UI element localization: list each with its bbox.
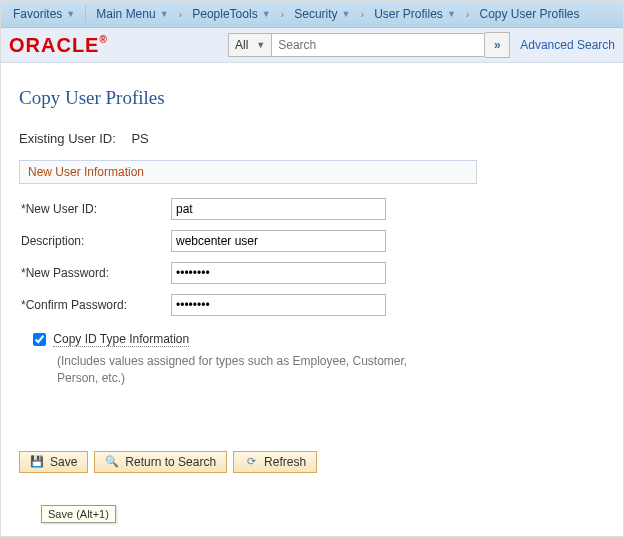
- breadcrumb-label: Main Menu: [96, 7, 155, 21]
- return-button-label: Return to Search: [125, 455, 216, 469]
- breadcrumb-main-menu[interactable]: Main Menu ▼: [90, 1, 174, 27]
- save-button-label: Save: [50, 455, 77, 469]
- chevron-right-icon: ›: [277, 8, 289, 20]
- confirm-password-label: *Confirm Password:: [19, 298, 171, 312]
- save-button[interactable]: 💾 Save: [19, 451, 88, 473]
- section-header-new-user-info: New User Information: [19, 160, 477, 184]
- favorites-label: Favorites: [13, 7, 62, 21]
- breadcrumb-bar: Favorites ▼ Main Menu ▼ › PeopleTools ▼ …: [1, 1, 623, 28]
- new-user-id-input[interactable]: [171, 198, 386, 220]
- refresh-button[interactable]: ⟳ Refresh: [233, 451, 317, 473]
- return-to-search-button[interactable]: 🔍 Return to Search: [94, 451, 227, 473]
- breadcrumb-security[interactable]: Security ▼: [288, 1, 356, 27]
- breadcrumb-label: PeopleTools: [192, 7, 257, 21]
- new-password-label: *New Password:: [19, 266, 171, 280]
- existing-user-label: Existing User ID:: [19, 131, 116, 146]
- page-title: Copy User Profiles: [19, 87, 605, 109]
- new-user-id-label: *New User ID:: [19, 202, 171, 216]
- copy-id-type-checkbox[interactable]: [33, 333, 46, 346]
- search-input[interactable]: [272, 33, 485, 57]
- chevron-down-icon: ▼: [262, 9, 271, 19]
- double-chevron-right-icon: »: [494, 38, 501, 52]
- save-tooltip: Save (Alt+1): [41, 505, 116, 523]
- breadcrumb-copy-user-profiles[interactable]: Copy User Profiles: [473, 1, 585, 27]
- chevron-right-icon: ›: [175, 8, 187, 20]
- refresh-icon: ⟳: [244, 455, 258, 469]
- search-scope-label: All: [235, 38, 248, 52]
- search-scope-select[interactable]: All ▼: [228, 33, 272, 57]
- advanced-search-link[interactable]: Advanced Search: [520, 38, 615, 52]
- search-icon: 🔍: [105, 455, 119, 469]
- chevron-down-icon: ▼: [66, 9, 75, 19]
- oracle-logo: ORACLE®: [9, 34, 108, 57]
- chevron-down-icon: ▼: [342, 9, 351, 19]
- refresh-button-label: Refresh: [264, 455, 306, 469]
- header-bar: ORACLE® All ▼ » Advanced Search: [1, 28, 623, 63]
- description-label: Description:: [19, 234, 171, 248]
- existing-user-value: PS: [131, 131, 148, 146]
- breadcrumb-label: Security: [294, 7, 337, 21]
- breadcrumb-user-profiles[interactable]: User Profiles ▼: [368, 1, 462, 27]
- chevron-down-icon: ▼: [160, 9, 169, 19]
- description-input[interactable]: [171, 230, 386, 252]
- breadcrumb-peopletools[interactable]: PeopleTools ▼: [186, 1, 276, 27]
- button-bar: 💾 Save 🔍 Return to Search ⟳ Refresh: [19, 451, 605, 473]
- page-content: Copy User Profiles Existing User ID: PS …: [1, 63, 623, 491]
- new-password-input[interactable]: [171, 262, 386, 284]
- chevron-down-icon: ▼: [256, 40, 265, 50]
- breadcrumb-label: User Profiles: [374, 7, 443, 21]
- confirm-password-input[interactable]: [171, 294, 386, 316]
- chevron-down-icon: ▼: [447, 9, 456, 19]
- favorites-menu[interactable]: Favorites ▼: [7, 1, 81, 27]
- copy-id-type-hint: (Includes values assigned for types such…: [57, 353, 417, 387]
- copy-id-type-label[interactable]: Copy ID Type Information: [53, 332, 189, 347]
- save-icon: 💾: [30, 455, 44, 469]
- chevron-right-icon: ›: [357, 8, 369, 20]
- search-go-button[interactable]: »: [485, 32, 510, 58]
- existing-user-row: Existing User ID: PS: [19, 131, 605, 146]
- chevron-right-icon: ›: [462, 8, 474, 20]
- breadcrumb-label: Copy User Profiles: [479, 7, 579, 21]
- divider: [85, 5, 86, 23]
